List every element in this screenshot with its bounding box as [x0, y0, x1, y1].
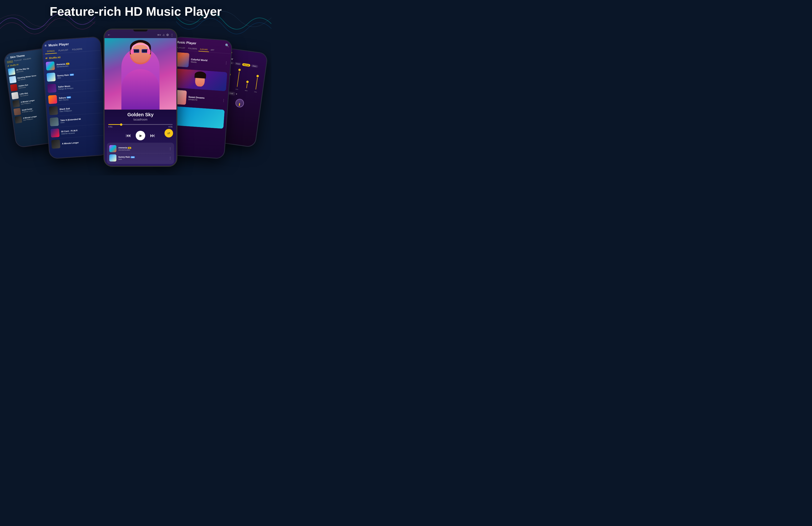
- phone2-tab-songs[interactable]: SONGS: [45, 48, 57, 54]
- phone2-tab-playlist[interactable]: PLAYLIST: [56, 48, 71, 53]
- eq-line: [237, 71, 240, 87]
- phone-music-player-songs: ≡ Music Player SONGS PLAYLIST FOLDERS ⇄ …: [41, 36, 109, 159]
- shuffle-icon-p1: ⇄: [8, 65, 9, 67]
- equalizer-icon-p3[interactable]: ⚙: [166, 33, 169, 37]
- phone-now-playing: ← ≡+ ♫ ⚙ ⋮: [104, 29, 177, 167]
- eq-label: 14Gz: [254, 91, 257, 93]
- topbar-icons: ≡+ ♫ ⚙ ⋮: [157, 33, 174, 37]
- queue-item[interactable]: Sunny Rain 320k Akin ⋮: [109, 153, 172, 162]
- song-info: 50 Cent - P.I.M.P. мавлан музыка: [61, 127, 104, 135]
- song-thumbnail: [11, 92, 19, 100]
- progress-bar[interactable]: [108, 124, 173, 125]
- current-song-title: Golden Sky: [108, 112, 173, 117]
- phone1-tab-songs[interactable]: SONGS: [7, 60, 13, 63]
- eq-line: [246, 83, 248, 88]
- song-info: Take It (Extended Mi Dem: [60, 116, 103, 124]
- eq-line: [256, 78, 258, 89]
- current-song-artist: lucasfroom: [108, 118, 173, 121]
- song-thumbnail: [14, 108, 21, 115]
- more-options-icon[interactable]: ⋮: [171, 33, 174, 37]
- dial-indicator: [239, 103, 240, 106]
- song-thumbnail: [49, 106, 58, 115]
- queue-song-info: Amnesia HQ slenderbodies: [118, 146, 167, 151]
- phones-container: ← Skin Theme SONGS PLAYLIST FOLDERS ⇄ Sh…: [5, 26, 266, 174]
- song-info: Sakura 320K N2V Remix: [59, 94, 102, 101]
- phone-notch: [133, 30, 148, 31]
- phone4-tab-folders[interactable]: FOLDERS: [186, 46, 199, 51]
- time-current: 0:51: [108, 126, 113, 128]
- phone2-tab-folders[interactable]: FOLDERS: [70, 47, 84, 53]
- phone4-tab-albums[interactable]: ALBUMS: [198, 47, 209, 52]
- eq-knob[interactable]: [256, 75, 259, 77]
- song-info: Sailor Moon Manga de Amigos: [58, 83, 101, 90]
- eq-knob[interactable]: [246, 81, 249, 83]
- shuffle-icon-p2: ⇄: [45, 57, 48, 60]
- album-cover-art: [104, 38, 176, 110]
- eq-label: 4kHz: [245, 89, 248, 91]
- prev-button[interactable]: ⏮: [126, 132, 131, 139]
- song-thumbnail: [51, 140, 60, 149]
- play-button[interactable]: ▶: [136, 131, 145, 140]
- song-thumbnail: [15, 116, 22, 124]
- time-display: 0:51 4:31: [108, 126, 173, 128]
- song-thumbnail: [46, 61, 55, 71]
- phone4-tab-art[interactable]: ART: [209, 48, 216, 53]
- album-more-icon2[interactable]: ⋮: [222, 98, 226, 102]
- time-total: 4:31: [168, 126, 173, 128]
- song-info: Amnesia HQ slenderbodies: [56, 60, 100, 68]
- queue-item-more2[interactable]: ⋮: [169, 156, 172, 160]
- svg-rect-0: [130, 49, 134, 54]
- back-icon-p3[interactable]: ←: [107, 33, 111, 37]
- song-thumbnail: [50, 128, 59, 138]
- song-thumbnail: [10, 84, 18, 91]
- progress-dot: [120, 124, 122, 126]
- next-button[interactable]: ⏭: [150, 132, 155, 139]
- song-thumbnail: [9, 76, 17, 83]
- queue-thumbnail: [109, 154, 116, 161]
- song-info: A Minute Longer: [62, 140, 105, 145]
- queue-list: Amnesia HQ slenderbodies ⋮ Sunny Rain 32…: [107, 143, 174, 164]
- phone2-screen: ≡ Music Player SONGS PLAYLIST FOLDERS ⇄ …: [42, 37, 108, 158]
- progress-area[interactable]: 0:51 4:31: [104, 123, 176, 129]
- preset-dropdown-icon: ▼: [235, 93, 237, 95]
- search-icon-p4[interactable]: 🔍: [225, 43, 229, 47]
- phone3-screen: ← ≡+ ♫ ⚙ ⋮: [104, 30, 176, 166]
- cover-image: [104, 38, 176, 110]
- eq-bar[interactable]: 4kHz: [242, 80, 252, 92]
- eq-knob[interactable]: [238, 69, 241, 71]
- main-title: Feature-rich HD Music Player: [50, 4, 222, 18]
- album-info: Colorful World Wanila: [191, 58, 223, 65]
- queue-music-icon[interactable]: ♫: [162, 33, 165, 37]
- song-info: Black Suit Dan Phillipson: [59, 105, 103, 113]
- now-playing-info: Golden Sky lucasfroom: [104, 110, 176, 123]
- song-thumbnail: [50, 117, 59, 126]
- add-queue-icon[interactable]: ≡+: [157, 33, 161, 37]
- song-thumbnail: [8, 68, 15, 75]
- eq-label: 1kHz: [235, 88, 238, 90]
- queue-thumbnail: [109, 145, 116, 152]
- controls-container: ⏮ ▶ ⏭ ⇄: [104, 129, 176, 142]
- queue-item[interactable]: Amnesia HQ slenderbodies ⋮: [109, 144, 172, 153]
- menu-icon-p2: ≡: [44, 44, 47, 48]
- phone1-back-icon: ←: [6, 56, 9, 59]
- album-more-icon[interactable]: ⋮: [224, 61, 228, 65]
- song-thumbnail: [12, 100, 20, 108]
- album-panoramic-art: [173, 68, 227, 91]
- song-thumbnail: [47, 73, 56, 82]
- song-thumbnail: [47, 84, 56, 93]
- eq-bar[interactable]: 14Gz: [251, 74, 262, 93]
- song-info: Sunny Rain 320K Akin: [57, 71, 100, 79]
- album-wide-strip: [170, 68, 230, 93]
- svg-rect-1: [147, 49, 150, 54]
- progress-fill: [108, 124, 121, 125]
- queue-item-more[interactable]: ⋮: [169, 147, 172, 150]
- album-info: Sweet Dreams GRABOTE: [188, 95, 220, 102]
- song-thumbnail: [48, 95, 57, 104]
- swap-button[interactable]: ⇄: [164, 129, 173, 138]
- queue-song-info: Sunny Rain 320k Akin: [118, 156, 167, 160]
- album-panoramic-art2: [170, 106, 225, 129]
- phone3-topbar: ← ≡+ ♫ ⚙ ⋮: [104, 31, 176, 38]
- headphones-decoration: [129, 42, 153, 56]
- phone1-title: Skin Theme: [10, 54, 25, 59]
- volume-dial[interactable]: [235, 98, 245, 108]
